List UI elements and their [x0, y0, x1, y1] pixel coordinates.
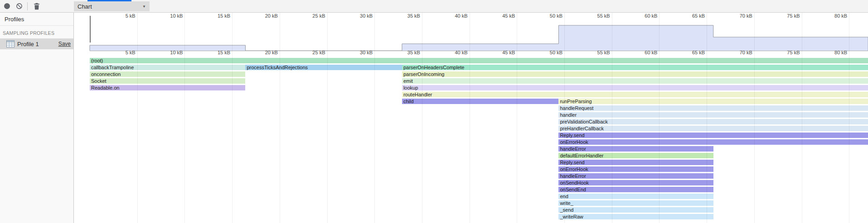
chevron-down-icon: ▼	[142, 5, 146, 9]
flame-bar-onErrorHook[interactable]: onErrorHook	[558, 166, 713, 172]
flame-bar-Reply.send[interactable]: Reply.send	[558, 160, 713, 165]
flame-bar-Socket[interactable]: Socket	[90, 78, 245, 84]
overview-ruler-tick: 45 kB	[502, 13, 515, 19]
flame-ruler-tick: 30 kB	[360, 50, 373, 55]
view-mode-dropdown[interactable]: Chart ▼	[74, 1, 150, 11]
overview-ruler-tick: 20 kB	[265, 13, 278, 19]
profile-sheet-icon	[6, 40, 15, 47]
gridline	[517, 13, 517, 223]
flame-ruler-tick: 25 kB	[312, 50, 325, 55]
profile-name: Profile 1	[17, 41, 58, 47]
overview-ruler-tick: 50 kB	[550, 13, 563, 19]
toolbar: Chart ▼	[0, 0, 868, 13]
gridline	[280, 13, 280, 223]
overview-ruler-tick: 25 kB	[312, 13, 325, 19]
overview-ruler-tick: 5 kB	[126, 13, 136, 19]
flame-bar-handleError[interactable]: handleError	[558, 173, 713, 179]
flame-bar-emit[interactable]: emit	[402, 78, 868, 84]
flame-chart-region[interactable]: 5 kB5 kB10 kB10 kB15 kB15 kB20 kB20 kB25…	[74, 13, 868, 223]
flame-ruler-tick: 50 kB	[550, 50, 563, 55]
flame-bar-write_[interactable]: write_	[558, 200, 713, 206]
overview-ruler-tick: 60 kB	[645, 13, 657, 19]
overview-ruler-tick: 55 kB	[597, 13, 610, 19]
flame-ruler-tick: 15 kB	[218, 50, 230, 55]
flame-ruler-tick: 75 kB	[787, 50, 800, 55]
gridline	[470, 13, 470, 223]
gridline	[754, 13, 755, 223]
gridline	[564, 13, 565, 223]
flame-bar-lookup[interactable]: lookup	[402, 85, 868, 90]
flame-ruler-tick: 55 kB	[597, 50, 610, 55]
overview-ruler-tick: 40 kB	[455, 13, 467, 19]
flame-bar-handleRequest[interactable]: handleRequest	[558, 105, 868, 111]
gridline	[137, 13, 138, 223]
overview-ruler-tick: 35 kB	[407, 13, 420, 19]
gridline	[802, 13, 802, 223]
flame-bar-Readable.on[interactable]: Readable.on	[90, 85, 245, 90]
flame-bar-end[interactable]: end	[558, 194, 713, 199]
gridline	[659, 13, 659, 223]
sidebar-item-profile-1[interactable]: Profile 1 Save	[0, 38, 73, 49]
overview-ruler-tick: 65 kB	[692, 13, 705, 19]
flame-ruler-tick: 35 kB	[407, 50, 420, 55]
toolbar-buttons	[0, 0, 42, 12]
view-mode-value: Chart	[78, 3, 142, 10]
gridline	[612, 13, 612, 223]
overview-ruler-tick: 75 kB	[787, 13, 800, 19]
flame-bar-parserOnIncoming[interactable]: parserOnIncoming	[402, 71, 868, 77]
flame-bar-defaultErrorHandler[interactable]: defaultErrorHandler	[558, 153, 713, 158]
flame-bar-preHandlerCallback[interactable]: preHandlerCallback	[558, 126, 868, 131]
flame-ruler-tick: 20 kB	[265, 50, 278, 55]
flame-bar-parserOnHeadersComplete[interactable]: parserOnHeadersComplete	[402, 65, 868, 70]
save-profile-link[interactable]: Save	[58, 41, 71, 47]
flame-bar-onSendHook[interactable]: onSendHook	[558, 180, 713, 185]
flame-ruler-tick: 5 kB	[126, 50, 136, 55]
flame-ruler-tick: 80 kB	[834, 50, 847, 55]
flame-bar-onErrorHook[interactable]: onErrorHook	[558, 139, 868, 145]
sidebar-section-label: SAMPLING PROFILES	[0, 26, 73, 38]
gridline	[849, 13, 849, 223]
gridline	[422, 13, 422, 223]
flame-ruler-tick: 70 kB	[740, 50, 752, 55]
flame-bar-handleError[interactable]: handleError	[558, 146, 713, 152]
sidebar-title: Profiles	[0, 13, 73, 26]
delete-profile-button[interactable]	[31, 1, 42, 12]
gridline	[707, 13, 707, 223]
overview-ruler-tick: 30 kB	[360, 13, 373, 19]
flame-bar-onconnection[interactable]: onconnection	[90, 71, 245, 77]
flame-bar-handler[interactable]: handler	[558, 112, 868, 118]
clear-all-button[interactable]	[14, 1, 24, 12]
flame-ruler-tick: 60 kB	[645, 50, 657, 55]
overview-ruler-tick: 10 kB	[170, 13, 183, 19]
block-icon	[16, 3, 23, 9]
flame-bar-preValidationCallback[interactable]: preValidationCallback	[558, 119, 868, 124]
gridline	[327, 13, 328, 223]
allocation-overview[interactable]	[74, 13, 868, 53]
flame-bar-_send[interactable]: _send	[558, 207, 713, 213]
gridline	[374, 13, 375, 223]
flame-bar-routeHandler[interactable]: routeHandler	[402, 92, 868, 97]
flame-bar-onSendEnd[interactable]: onSendEnd	[558, 187, 713, 192]
flame-bar-runPreParsing[interactable]: runPreParsing	[558, 99, 868, 104]
profiler-panel: { "toolbar": { "record_label": "record",…	[0, 0, 868, 223]
flame-bar-processTicksAndRejections[interactable]: processTicksAndRejections	[245, 65, 402, 70]
sidebar: Profiles SAMPLING PROFILES Profile 1 Sav…	[0, 13, 74, 223]
flame-ruler-tick: 40 kB	[455, 50, 467, 55]
gridline	[232, 13, 233, 223]
flame-bar-Reply.send[interactable]: Reply.send	[558, 133, 868, 138]
flame-ruler-tick: 10 kB	[170, 50, 183, 55]
flame-bar-child[interactable]: child	[402, 99, 559, 104]
overview-ruler-tick: 70 kB	[740, 13, 752, 19]
toolbar-separator	[27, 2, 28, 10]
overview-selection-handle[interactable]	[90, 16, 91, 43]
record-icon[interactable]	[4, 3, 10, 9]
gridline	[184, 13, 185, 223]
overview-ruler-tick: 15 kB	[218, 13, 230, 19]
flame-bar-callbackTrampoline[interactable]: callbackTrampoline	[90, 65, 245, 70]
overview-ruler-tick: 80 kB	[834, 13, 847, 19]
trash-icon	[34, 3, 40, 10]
flame-ruler-tick: 65 kB	[692, 50, 705, 55]
flame-bar-_writeRaw[interactable]: _writeRaw	[558, 214, 713, 219]
flame-bar-root[interactable]: (root)	[90, 58, 868, 63]
flame-ruler-tick: 45 kB	[502, 50, 515, 55]
